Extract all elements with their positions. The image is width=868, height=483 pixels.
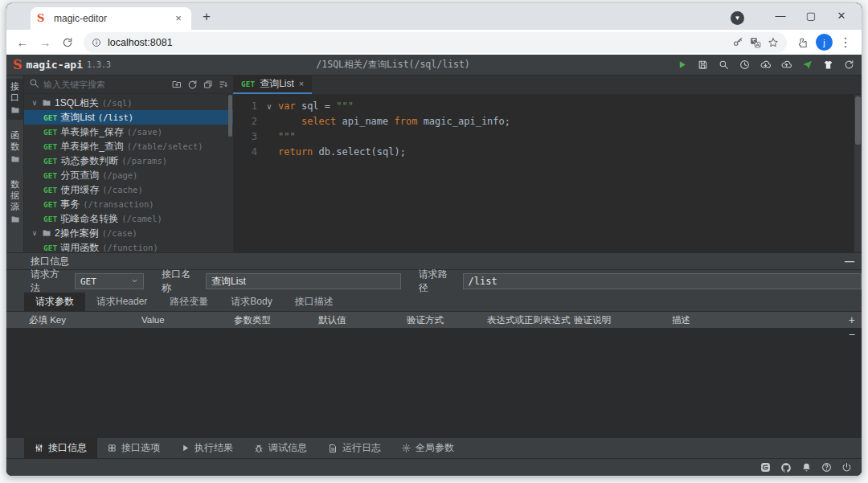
fold-icon[interactable]: ∨ — [260, 99, 278, 114]
tree-api-item[interactable]: GET单表操作_保存(/save) — [24, 125, 233, 139]
code-token — [278, 116, 301, 127]
tree-api-label: 动态参数判断 — [60, 154, 118, 168]
sort-icon[interactable] — [219, 80, 228, 90]
chevron-down-icon[interactable]: ∨ — [31, 229, 39, 237]
editor-tab-close-icon[interactable]: × — [299, 79, 304, 88]
bookmark-star-icon[interactable] — [768, 37, 779, 48]
tree-api-item[interactable]: GET查询List(/list) — [24, 110, 233, 125]
app-version: 1.3.3 — [87, 60, 111, 69]
search-icon[interactable] — [717, 59, 730, 72]
minimize-button[interactable]: — — [765, 3, 796, 27]
tree-folder-path: (/sql) — [102, 98, 133, 108]
save-icon[interactable] — [696, 59, 709, 72]
forward-icon[interactable]: → — [35, 33, 55, 52]
code-token: """ — [336, 100, 354, 112]
push-icon[interactable] — [800, 59, 813, 72]
bottom-tab-执行结果[interactable]: 执行结果 — [170, 438, 244, 458]
extensions-puzzle-icon[interactable] — [793, 33, 813, 52]
sidebar-toolbar — [172, 80, 228, 90]
collapse-panel-icon[interactable]: — — [845, 256, 854, 267]
app-header: S magic-api 1.3.3 /1SQL相关/查询List(/sql/li… — [6, 55, 862, 76]
reload-icon[interactable] — [58, 33, 77, 52]
cloud-upload-icon[interactable] — [780, 59, 792, 72]
refresh-icon[interactable] — [842, 59, 855, 72]
bottom-tab-调试信息[interactable]: 调试信息 — [244, 438, 317, 458]
address-bar[interactable]: localhost:8081 — [84, 32, 787, 53]
bottom-tab-label: 调试信息 — [268, 441, 307, 455]
tree-api-item[interactable]: GET事务(/transaction) — [24, 197, 233, 211]
param-tab-请求Header[interactable]: 请求Header — [85, 293, 158, 311]
param-table-body[interactable]: − — [6, 328, 862, 437]
tree-api-path: (/list) — [98, 113, 133, 122]
api-name-input[interactable] — [206, 273, 401, 289]
remove-row-button[interactable]: − — [849, 328, 855, 341]
profile-avatar[interactable]: j — [816, 34, 833, 51]
nav-strip-函数[interactable]: 函数 — [6, 128, 23, 169]
run-icon[interactable] — [675, 59, 688, 72]
tree-api-item[interactable]: GET使用缓存(/cache) — [24, 182, 233, 197]
param-tab-请求Body[interactable]: 请求Body — [219, 293, 283, 311]
param-tab-接口描述[interactable]: 接口描述 — [284, 293, 345, 311]
param-tab-路径变量[interactable]: 路径变量 — [158, 293, 219, 311]
cloud-download-icon[interactable] — [759, 59, 772, 72]
code-token: var — [278, 100, 296, 112]
close-button[interactable]: ✕ — [826, 3, 857, 27]
folder-plus-icon[interactable] — [172, 80, 182, 90]
grid-icon — [108, 444, 117, 452]
translate-icon[interactable] — [750, 37, 761, 48]
tree-api-item[interactable]: GET驼峰命名转换(/camel) — [24, 211, 233, 226]
tree-api-item[interactable]: GET分页查询(/page) — [24, 168, 233, 182]
refresh-icon[interactable] — [187, 80, 198, 90]
api-path-input[interactable] — [463, 273, 862, 289]
bottom-tab-运行日志[interactable]: 运行日志 — [317, 438, 391, 458]
nav-strip-接口[interactable]: 接口 — [6, 79, 23, 120]
maximize-button[interactable]: ▢ — [796, 3, 826, 27]
bell-icon[interactable] — [801, 462, 812, 473]
tree-api-path: (/table/select) — [127, 141, 203, 151]
code-area[interactable]: 1∨var sql = """2 select api_name from ma… — [233, 95, 862, 252]
column-header: 必填 Key — [29, 314, 141, 326]
site-info-icon[interactable] — [92, 38, 101, 47]
method-badge: GET — [43, 244, 57, 252]
tree-api-label: 使用缓存 — [60, 183, 99, 197]
tree-api-path: (/save) — [127, 127, 162, 137]
url-text[interactable]: localhost:8081 — [108, 37, 727, 48]
bottom-tab-label: 接口信息 — [48, 441, 87, 455]
nav-strip-char: 数 — [10, 141, 19, 152]
chrome-update-icon[interactable]: ▼ — [731, 11, 744, 25]
chevron-down-icon[interactable]: ∨ — [31, 99, 39, 107]
info-panel-title: 接口信息 — [31, 255, 845, 268]
editor-tab-active[interactable]: GET 查询List × — [233, 75, 312, 94]
bottom-tab-全局参数[interactable]: 全局参数 — [391, 438, 465, 458]
column-header: Value — [141, 315, 234, 325]
gitee-icon[interactable] — [760, 462, 771, 473]
password-key-icon[interactable] — [733, 37, 743, 47]
editor-scrollbar[interactable] — [854, 95, 862, 252]
tree-api-item[interactable]: GET动态参数判断(/params) — [24, 153, 233, 168]
chrome-menu-icon[interactable]: ⋮ — [836, 33, 855, 52]
tree-api-path: (/function) — [102, 243, 158, 252]
bottom-tab-接口信息[interactable]: 接口信息 — [24, 438, 97, 458]
add-row-button[interactable]: + — [849, 313, 855, 326]
tree-api-item[interactable]: GET单表操作_查询(/table/select) — [24, 139, 233, 153]
copy-icon[interactable] — [203, 80, 213, 90]
tree-folder[interactable]: ∨1SQL相关(/sql) — [24, 96, 233, 110]
sidebar-scrollbar[interactable] — [228, 95, 232, 137]
new-tab-button[interactable]: + — [196, 7, 217, 28]
browser-tab[interactable]: S magic-editor × — [31, 7, 191, 30]
power-icon[interactable] — [841, 462, 852, 473]
bottom-tab-接口选项[interactable]: 接口选项 — [97, 438, 170, 458]
tree-api-item[interactable]: GET调用函数(/function) — [24, 240, 233, 252]
search-input[interactable] — [43, 80, 168, 89]
tree-folder[interactable]: ∨2操作案例(/case) — [24, 226, 233, 240]
method-select[interactable]: GET — [75, 273, 144, 289]
tab-close-icon[interactable]: × — [172, 12, 185, 25]
history-icon[interactable] — [738, 59, 751, 72]
back-icon[interactable]: ← — [13, 33, 32, 52]
fold-icon — [260, 145, 278, 160]
help-icon[interactable] — [821, 462, 832, 473]
theme-icon[interactable] — [821, 59, 834, 72]
github-icon[interactable] — [780, 462, 792, 473]
param-tab-请求参数[interactable]: 请求参数 — [24, 293, 85, 311]
nav-strip-数据源[interactable]: 数据源 — [6, 177, 23, 229]
